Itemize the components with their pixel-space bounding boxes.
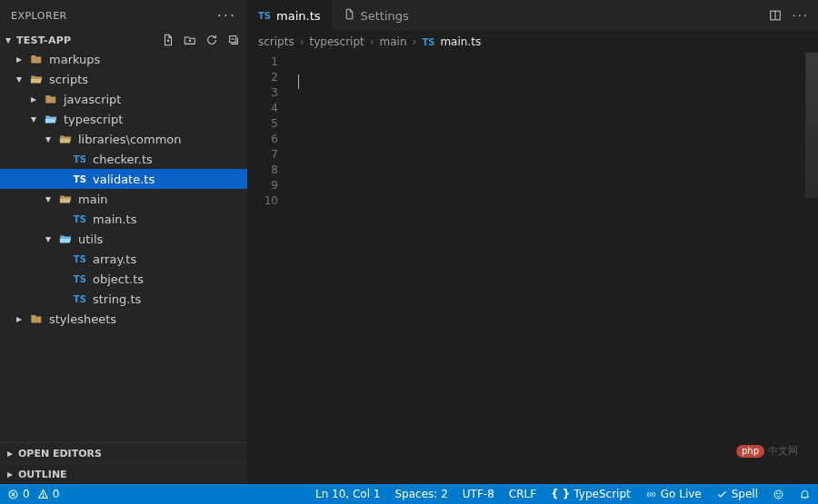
open-editors-panel[interactable]: ▸ OPEN EDITORS bbox=[0, 442, 247, 463]
line-number: 10 bbox=[247, 193, 278, 209]
tree-folder[interactable]: ▾utils bbox=[0, 229, 247, 249]
project-section-header[interactable]: ▾ TEST-APP bbox=[0, 31, 247, 49]
status-language[interactable]: { }TypeScript bbox=[544, 484, 638, 504]
tree-file[interactable]: TSmain.ts bbox=[0, 209, 247, 229]
minimap[interactable] bbox=[805, 53, 818, 198]
tree-item-label: scripts bbox=[49, 73, 88, 86]
status-warnings[interactable]: 0 bbox=[37, 484, 67, 504]
new-file-icon[interactable] bbox=[162, 34, 175, 46]
tree-file[interactable]: TSarray.ts bbox=[0, 249, 247, 269]
chevron-down-icon: ▾ bbox=[44, 232, 53, 245]
explorer-sidebar: EXPLORER ··· ▾ TEST-APP ▸markup bbox=[0, 0, 247, 484]
ts-icon: TS bbox=[73, 274, 87, 284]
tree-file[interactable]: TSchecker.ts bbox=[0, 149, 247, 169]
svg-point-9 bbox=[774, 490, 783, 499]
svg-point-10 bbox=[776, 492, 777, 493]
explorer-header: EXPLORER ··· bbox=[0, 0, 247, 31]
tree-folder[interactable]: ▾typescript bbox=[0, 109, 247, 129]
split-editor-icon[interactable] bbox=[769, 9, 782, 22]
tab-label: Settings bbox=[361, 9, 409, 23]
status-feedback-icon[interactable] bbox=[765, 484, 792, 504]
ts-icon: TS bbox=[73, 154, 87, 164]
chevron-right-icon: ▸ bbox=[5, 447, 15, 460]
breadcrumb-part[interactable]: scripts bbox=[258, 35, 294, 48]
breadcrumbs[interactable]: scripts › typescript › main › TS main.ts bbox=[247, 31, 818, 53]
chevron-right-icon: ▸ bbox=[15, 53, 24, 65]
tree-item-label: main.ts bbox=[93, 212, 136, 226]
errors-count: 0 bbox=[23, 488, 30, 500]
new-folder-icon[interactable] bbox=[184, 34, 196, 46]
line-number-gutter: 12345678910 bbox=[247, 53, 291, 484]
ts-icon: TS bbox=[73, 254, 87, 264]
breadcrumb-part[interactable]: main bbox=[380, 35, 407, 48]
tree-folder[interactable]: ▸markups bbox=[0, 49, 247, 69]
line-number: 6 bbox=[247, 132, 278, 147]
tree-folder[interactable]: ▸javascript bbox=[0, 89, 247, 109]
folder-open-icon bbox=[44, 113, 58, 125]
chevron-down-icon: ▾ bbox=[4, 34, 13, 46]
chevron-right-icon: › bbox=[413, 35, 417, 48]
chevron-right-icon: ▸ bbox=[29, 93, 38, 105]
chevron-down-icon: ▾ bbox=[44, 193, 53, 205]
tree-item-label: validate.ts bbox=[93, 173, 155, 186]
tree-folder[interactable]: ▾scripts bbox=[0, 69, 247, 89]
collapse-all-icon[interactable] bbox=[227, 34, 240, 46]
tree-item-label: checker.ts bbox=[93, 153, 153, 166]
main-row: EXPLORER ··· ▾ TEST-APP ▸markup bbox=[0, 0, 818, 484]
editor-more-icon[interactable]: ··· bbox=[793, 9, 809, 23]
tree-item-label: javascript bbox=[64, 93, 121, 106]
open-editors-label: OPEN EDITORS bbox=[18, 448, 102, 460]
folder-icon bbox=[29, 312, 44, 325]
status-eol[interactable]: CRLF bbox=[502, 484, 544, 504]
ts-icon: TS bbox=[73, 214, 87, 224]
chevron-right-icon: ▸ bbox=[5, 468, 15, 480]
tree-folder[interactable]: ▾libraries\common bbox=[0, 129, 247, 149]
explorer-title: EXPLORER bbox=[11, 10, 67, 22]
warnings-count: 0 bbox=[53, 488, 60, 500]
tab-main-ts[interactable]: TSmain.ts bbox=[247, 0, 333, 31]
tree-file[interactable]: TSobject.ts bbox=[0, 269, 247, 289]
folder-icon bbox=[44, 93, 58, 105]
chevron-right-icon: › bbox=[300, 35, 304, 48]
chevron-down-icon: ▾ bbox=[15, 73, 24, 85]
project-name: TEST-APP bbox=[16, 35, 158, 46]
code-area[interactable]: 12345678910 php 中文网 bbox=[247, 53, 818, 484]
tree-item-label: main bbox=[78, 193, 107, 206]
folder-open-icon bbox=[58, 133, 73, 145]
folder-open-icon bbox=[58, 193, 73, 205]
code-body[interactable] bbox=[291, 53, 818, 484]
chevron-down-icon: ▾ bbox=[44, 133, 53, 145]
folder-icon bbox=[29, 53, 44, 65]
explorer-more-icon[interactable]: ··· bbox=[217, 7, 236, 25]
braces-icon: { } bbox=[551, 488, 570, 500]
status-spell[interactable]: Spell bbox=[709, 484, 765, 504]
line-number: 3 bbox=[247, 85, 278, 101]
outline-panel[interactable]: ▸ OUTLINE bbox=[0, 463, 247, 484]
chevron-right-icon: › bbox=[370, 35, 374, 48]
breadcrumb-part[interactable]: typescript bbox=[310, 35, 364, 48]
folder-open-icon bbox=[58, 232, 73, 245]
tab-settings[interactable]: Settings bbox=[333, 0, 421, 31]
tree-folder[interactable]: ▸stylesheets bbox=[0, 309, 247, 329]
file-tree[interactable]: ▸markups▾scripts▸javascript▾typescript▾l… bbox=[0, 49, 247, 442]
status-line-col[interactable]: Ln 10, Col 1 bbox=[308, 484, 388, 504]
svg-point-8 bbox=[650, 492, 653, 495]
refresh-icon[interactable] bbox=[205, 34, 218, 46]
editor-pane: TSmain.tsSettings ··· scripts › typescri… bbox=[247, 0, 818, 484]
status-bell-icon[interactable] bbox=[792, 484, 818, 504]
breadcrumb-file[interactable]: main.ts bbox=[440, 35, 481, 48]
tab-label: main.ts bbox=[276, 9, 320, 23]
status-errors[interactable]: 0 bbox=[0, 484, 37, 504]
status-spaces[interactable]: Spaces: 2 bbox=[387, 484, 454, 504]
line-number: 4 bbox=[247, 101, 278, 116]
chevron-right-icon: ▸ bbox=[15, 312, 24, 325]
ts-icon: TS bbox=[73, 174, 87, 184]
tree-file[interactable]: TSstring.ts bbox=[0, 289, 247, 309]
file-icon bbox=[344, 8, 355, 23]
status-go-live[interactable]: Go Live bbox=[638, 484, 709, 504]
line-number: 2 bbox=[247, 70, 278, 85]
tree-file[interactable]: TSvalidate.ts bbox=[0, 169, 247, 189]
status-encoding[interactable]: UTF-8 bbox=[455, 484, 502, 504]
tree-folder[interactable]: ▾main bbox=[0, 189, 247, 209]
svg-point-7 bbox=[43, 496, 44, 497]
